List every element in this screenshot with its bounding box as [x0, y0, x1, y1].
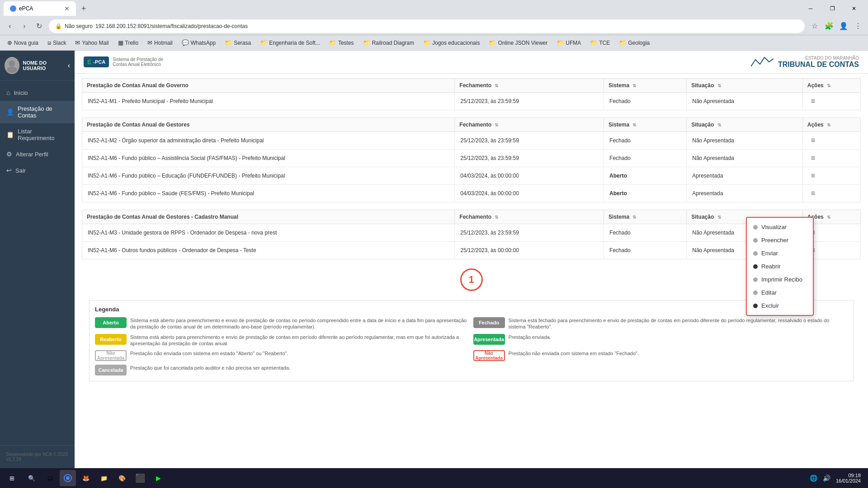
minimize-button[interactable]: ─: [800, 2, 821, 15]
bookmark-label: Slack: [53, 40, 66, 46]
bookmark-nova-guia[interactable]: ⊕ Nova guia: [4, 38, 42, 48]
tray-sound-icon[interactable]: 🔊: [821, 473, 832, 483]
folder-icon: 📁: [489, 39, 496, 46]
reload-button[interactable]: ↻: [33, 20, 45, 33]
bookmark-json-viewer[interactable]: 📁 Online JSON Viewer: [485, 38, 551, 48]
action-menu-button[interactable]: ≡: [808, 171, 818, 181]
bookmark-ufma[interactable]: 📁 UFMA: [553, 38, 585, 48]
sidebar-item-alterar-perfil[interactable]: ⚙ Alterar Perfil: [0, 146, 75, 162]
close-button[interactable]: ✕: [844, 2, 864, 15]
bookmark-engenharia[interactable]: 📁 Engenharia de Soft...: [256, 38, 324, 48]
legend-apresentada: Apresentada Prestação enviada.: [473, 334, 848, 347]
sort-acoes-icon[interactable]: ⇅: [827, 83, 830, 88]
taskbar-clock[interactable]: 09:18 16/01/2024: [836, 473, 864, 483]
bookmark-label: Yahoo Mail: [82, 40, 108, 46]
taskbar-explorer[interactable]: 📁: [96, 470, 112, 486]
menu-item-imprimir-recibo[interactable]: Imprimir Recibo: [747, 273, 813, 286]
tab-close-button[interactable]: ✕: [64, 5, 70, 12]
bookmark-hotmail[interactable]: ✉ Hotmail: [144, 38, 176, 48]
tribunal-logo: ESTADO DO MARANHÃO TRIBUNAL DE CONTAS: [751, 55, 859, 69]
taskbar-chrome[interactable]: [60, 470, 76, 486]
action-menu-button[interactable]: ≡: [808, 153, 818, 163]
bookmark-label: Online JSON Viewer: [498, 40, 547, 46]
fechamento-header[interactable]: Fechamento ⇅: [455, 210, 604, 224]
fechamento-header[interactable]: Fechamento ⇅: [455, 118, 604, 132]
sort-acoes-icon[interactable]: ⇅: [827, 122, 830, 127]
current-page-indicator[interactable]: 1: [460, 268, 483, 291]
forward-button[interactable]: ›: [18, 20, 31, 33]
sidebar-item-inicio[interactable]: ⌂ Início: [0, 84, 75, 101]
restore-button[interactable]: ❐: [822, 2, 843, 15]
acoes-header[interactable]: Ações ⇅: [802, 118, 860, 132]
fechamento-header[interactable]: Fechamento ⇅: [455, 79, 604, 93]
menu-item-preencher[interactable]: Preencher: [747, 234, 813, 247]
governo-table: Prestação de Contas Anual de Governo Fec…: [82, 78, 861, 110]
bookmark-railroad[interactable]: 📁 Railroad Diagram: [359, 38, 418, 48]
sidebar-toggle-button[interactable]: ‹: [68, 61, 70, 70]
sistema-header[interactable]: Sistema ⇅: [604, 210, 687, 224]
sort-acoes-icon[interactable]: ⇅: [827, 215, 830, 220]
bookmark-star-button[interactable]: ☆: [808, 20, 821, 33]
row-title: IN52-A1-M6 - Fundo público – Educação (F…: [82, 167, 455, 185]
taskbar-red-app[interactable]: ⬛: [132, 470, 148, 486]
bookmark-trello[interactable]: ▦ Trello: [114, 38, 142, 48]
clock-time: 09:18: [836, 473, 861, 478]
legend-nao-apresentada-green: NãoApresentada Prestação não enviada com…: [95, 350, 470, 361]
logo-badge: E -PCA: [84, 56, 109, 67]
action-menu-button[interactable]: ≡: [808, 136, 818, 145]
sistema-header[interactable]: Sistema ⇅: [604, 79, 687, 93]
bookmark-geologia[interactable]: 📁 Geologia: [615, 38, 653, 48]
sort-sistema-icon[interactable]: ⇅: [632, 215, 636, 220]
sistema-header[interactable]: Sistema ⇅: [604, 118, 687, 132]
sidebar-item-prestacao[interactable]: 👤 Prestação de Contas: [0, 101, 75, 123]
new-tab-button[interactable]: +: [78, 2, 90, 15]
sidebar-item-requerimento[interactable]: 📋 Listar Requerimento: [0, 123, 75, 146]
menu-item-editar[interactable]: Editar: [747, 286, 813, 299]
clock-date: 16/01/2024: [836, 478, 861, 483]
menu-item-visualizar[interactable]: Visualizar: [747, 221, 813, 234]
bookmark-jogos[interactable]: 📁 Jogos educacionais: [420, 38, 483, 48]
developer-credit: Desenvolvido por NCA © 2023: [6, 452, 68, 457]
bookmark-whatsapp[interactable]: 💬 WhatsApp: [178, 38, 219, 48]
sort-situacao-icon[interactable]: ⇅: [717, 215, 721, 220]
sort-fechamento-icon[interactable]: ⇅: [495, 83, 498, 88]
taskbar-firefox[interactable]: 🦊: [78, 470, 94, 486]
sort-sistema-icon[interactable]: ⇅: [632, 122, 636, 127]
sort-fechamento-icon[interactable]: ⇅: [495, 122, 498, 127]
back-button[interactable]: ‹: [4, 20, 16, 33]
start-button[interactable]: ⊞: [4, 470, 20, 486]
sort-sistema-icon[interactable]: ⇅: [632, 83, 636, 88]
extensions-button[interactable]: 🧩: [823, 20, 835, 33]
profile-button[interactable]: 👤: [837, 20, 850, 33]
governo-row-1: IN52-A1-M1 - Prefeito Municipal - Prefei…: [82, 93, 861, 110]
gear-icon: ⚙: [6, 150, 12, 158]
action-menu-button[interactable]: ≡: [808, 96, 818, 106]
sort-situacao-icon[interactable]: ⇅: [717, 83, 721, 88]
sort-situacao-icon[interactable]: ⇅: [717, 122, 721, 127]
bookmark-tce[interactable]: 📁 TCE: [586, 38, 613, 48]
menu-item-enviar[interactable]: Enviar: [747, 247, 813, 260]
bookmark-testes[interactable]: 📁 Testes: [326, 38, 358, 48]
active-tab[interactable]: ePCA ✕: [4, 1, 76, 16]
bookmark-slack[interactable]: ⧆ Slack: [44, 38, 70, 48]
situacao-header[interactable]: Situação ⇅: [687, 79, 802, 93]
row-situacao: Não Apresentada: [687, 93, 802, 110]
app-header: E -PCA Sistema de Prestação de Contas An…: [75, 51, 868, 74]
tray-network-icon[interactable]: 🌐: [808, 473, 819, 483]
url-bar[interactable]: 🔒 Não seguro 192.168.200.152:8091/sistem…: [49, 19, 805, 33]
acoes-header[interactable]: Ações ⇅: [802, 79, 860, 93]
aberto-description: Sistema está aberto para preenchimento e…: [130, 317, 470, 330]
taskbar-taskview[interactable]: 🗂: [42, 470, 58, 486]
sidebar-item-sair[interactable]: ↩ Sair: [0, 162, 75, 178]
action-menu-button[interactable]: ≡: [808, 188, 818, 198]
menu-button[interactable]: ⋮: [852, 20, 864, 33]
bookmark-yahoo[interactable]: ✉ Yahoo Mail: [71, 38, 112, 48]
taskbar-terminal[interactable]: ▶: [150, 470, 166, 486]
menu-item-excluir[interactable]: Excluir: [747, 299, 813, 312]
taskbar-search[interactable]: 🔍: [24, 470, 40, 486]
menu-item-reabrir[interactable]: Reabrir: [747, 260, 813, 273]
sort-fechamento-icon[interactable]: ⇅: [495, 215, 498, 220]
taskbar-paint[interactable]: 🎨: [114, 470, 130, 486]
bookmark-serasa[interactable]: 📁 Serasa: [221, 38, 255, 48]
situacao-header[interactable]: Situação ⇅: [687, 118, 802, 132]
